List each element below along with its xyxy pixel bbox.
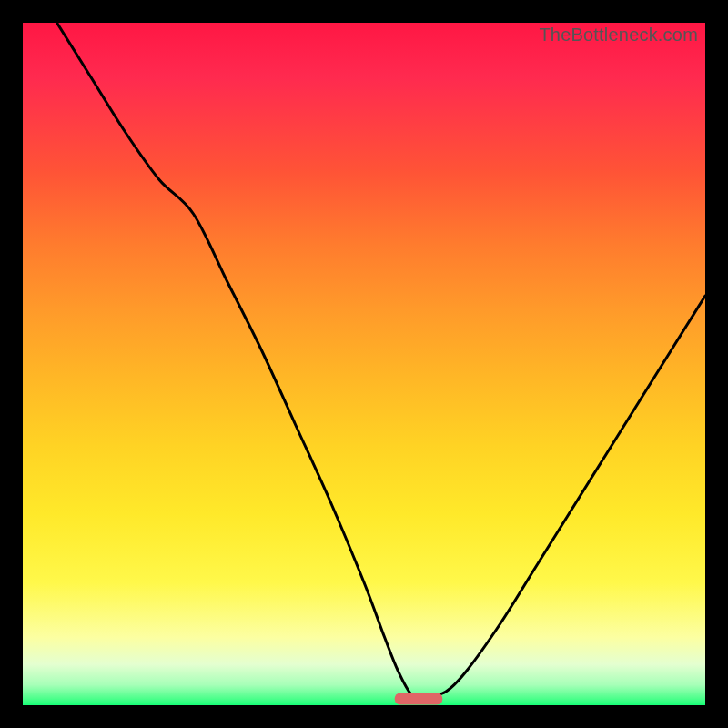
plot-area: TheBottleneck.com — [23, 23, 705, 705]
curve-layer — [23, 23, 705, 705]
bottleneck-curve — [57, 23, 706, 698]
chart-frame: TheBottleneck.com — [0, 0, 728, 728]
optimum-marker — [395, 693, 443, 705]
